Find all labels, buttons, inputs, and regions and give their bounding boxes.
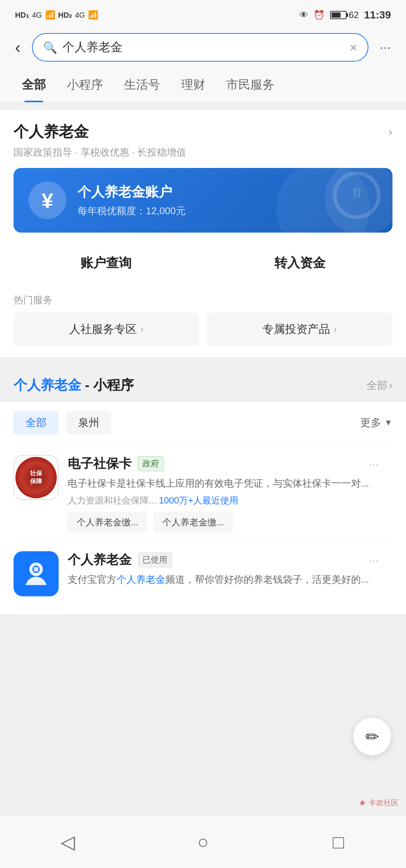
search-clear-button[interactable]: × <box>350 40 357 55</box>
hot-service-social-arrow: › <box>141 324 144 335</box>
battery-percent: 62 <box>349 10 359 20</box>
app-desc-social: 电子社保卡是社保卡线上应用的有效电子凭证，与实体社保卡一一对... <box>68 476 392 491</box>
content-area: 个人养老金 › 国家政策指导 · 享税收优惠 · 长投稳增值 ¥ 个人养老金账户… <box>0 103 406 614</box>
section-more-arrow: › <box>389 380 392 392</box>
search-input-wrap[interactable]: 🔍 个人养老金 × <box>32 33 368 62</box>
nav-back-button[interactable]: ◁ <box>45 827 90 857</box>
card-title: 个人养老金 <box>14 121 89 142</box>
section-more-button[interactable]: 全部 › <box>367 378 392 393</box>
section-more-label: 全部 <box>367 378 388 393</box>
tab-all[interactable]: 全部 <box>11 68 56 102</box>
app-logo-pension <box>14 551 59 596</box>
app-meta-social: 人力资源和社会保障... 1000万+人最近使用 <box>68 494 392 507</box>
filter-more-button[interactable]: 更多 ▼ <box>360 416 392 430</box>
filter-tag-quanzhou[interactable]: 泉州 <box>66 411 111 434</box>
mini-section-title: 个人养老金 - 小程序 <box>14 376 134 395</box>
account-name: 个人养老金账户 <box>77 183 377 201</box>
svg-text:fI: fI <box>353 185 361 201</box>
transfer-funds-button[interactable]: 转入资金 <box>208 244 392 282</box>
section-title-dark: - 小程序 <box>81 377 134 393</box>
pension-icon-container <box>14 551 59 596</box>
action-buttons: 账户查询 转入资金 <box>14 244 392 282</box>
tab-lifenumber[interactable]: 生活号 <box>114 68 171 102</box>
tab-miniprogram[interactable]: 小程序 <box>56 68 114 102</box>
nav-recent-button[interactable]: □ <box>316 827 361 857</box>
hot-service-social-label: 人社服务专区 <box>69 322 137 337</box>
svg-point-0 <box>335 173 379 217</box>
app-name-social: 电子社保卡 <box>68 455 132 472</box>
app-content-social: 电子社保卡 政府 电子社保卡是社保卡线上应用的有效电子凭证，与实体社保卡一一对.… <box>68 455 392 533</box>
hot-service-investment[interactable]: 专属投资产品 › <box>207 313 392 346</box>
hot-service-investment-label: 专属投资产品 <box>262 322 330 337</box>
card-subtitle: 国家政策指导 · 享税收优惠 · 长投稳增值 <box>14 146 392 159</box>
yuan-symbol: ¥ <box>41 188 53 213</box>
hot-services-label: 热门服务 <box>14 293 392 307</box>
app-item-pension: 个人养老金 已使用 支付宝官方个人养老金频道，帮你管好你的养老钱袋子，活更美好的… <box>14 542 392 605</box>
hot-service-investment-arrow: › <box>334 324 337 335</box>
signal-4g-2: 4G <box>75 11 85 20</box>
search-bar-area: ‹ 🔍 个人养老金 × ··· <box>0 27 406 68</box>
mini-program-card: 全部 泉州 更多 ▼ 社保保障 电子社保卡 政府 电子社保卡是社保卡线上应用的有… <box>0 402 406 614</box>
hd2-icon: HD₂ <box>58 11 72 20</box>
account-box: ¥ 个人养老金账户 每年税优额度：12,000元 fI <box>14 168 392 233</box>
filter-more-label: 更多 <box>360 416 381 430</box>
app-provider: 人力资源和社会保障... <box>68 495 156 505</box>
account-desc: 每年税优额度：12,000元 <box>77 204 377 218</box>
card-arrow-icon[interactable]: › <box>388 125 392 139</box>
account-watermark: fI <box>332 171 381 230</box>
search-text: 个人养老金 <box>62 39 344 56</box>
back-button[interactable]: ‹ <box>11 39 24 56</box>
app-usage: 1000万+人最近使用 <box>159 495 238 505</box>
filter-bar: 全部 泉州 更多 ▼ <box>14 411 392 442</box>
search-icon: 🔍 <box>43 41 57 54</box>
mini-section-header: 个人养老金 - 小程序 全部 › <box>0 365 406 402</box>
app-item-social-security: 社保保障 电子社保卡 政府 电子社保卡是社保卡线上应用的有效电子凭证，与实体社保… <box>14 446 392 542</box>
battery: 62 <box>330 10 359 20</box>
time: 11:39 <box>364 9 391 21</box>
app-content-pension: 个人养老金 已使用 支付宝官方个人养老金频道，帮你管好你的养老钱袋子，活更美好的… <box>68 551 392 596</box>
tab-finance[interactable]: 理财 <box>171 68 216 102</box>
shortcut-btn-1[interactable]: 个人养老金缴... <box>68 512 147 533</box>
filter-tag-all[interactable]: 全部 <box>14 411 59 434</box>
app-name-row-pension: 个人养老金 已使用 <box>68 551 392 569</box>
status-bar: HD₁ 4G 📶 HD₂ 4G 📶 👁 ⏰ 62 11:39 <box>0 0 406 27</box>
app-badge-used: 已使用 <box>138 552 172 567</box>
tab-bar: 全部 小程序 生活号 理财 市民服务 <box>0 68 406 103</box>
card-title-row: 个人养老金 › <box>14 121 392 142</box>
status-right: 👁 ⏰ 62 11:39 <box>299 9 391 21</box>
account-inquiry-button[interactable]: 账户查询 <box>14 244 198 282</box>
app-desc-pension: 支付宝官方个人养老金频道，帮你管好你的养老钱袋子，活更美好的... <box>68 572 392 587</box>
account-logo-icon: ¥ <box>29 181 66 219</box>
svg-rect-4 <box>34 567 38 572</box>
watermark-text: ★ 卡农社区 <box>359 798 398 807</box>
hd-icon: HD₁ <box>15 11 29 20</box>
signal-bars-2: 📶 <box>88 10 98 20</box>
app-name-row-social: 电子社保卡 政府 <box>68 455 392 472</box>
signal-4g: 4G <box>32 11 42 20</box>
alarm-icon: ⏰ <box>314 10 325 20</box>
pension-icon-svg <box>21 559 51 589</box>
app-shortcuts-social: 个人养老金缴... 个人养老金缴... <box>68 512 392 533</box>
hot-service-social[interactable]: 人社服务专区 › <box>14 313 199 346</box>
watermark: ★ 卡农社区 <box>359 798 398 808</box>
shortcut-btn-2[interactable]: 个人养老金缴... <box>153 512 233 533</box>
desc-link: 个人养老金 <box>117 574 165 585</box>
app-name-pension: 个人养老金 <box>68 551 132 569</box>
signal-bars: 📶 <box>45 10 55 20</box>
app-badge-gov: 政府 <box>138 456 164 471</box>
tab-civic-service[interactable]: 市民服务 <box>216 68 285 102</box>
float-action-button[interactable]: ✏ <box>353 718 391 755</box>
app-logo-social-security: 社保保障 <box>14 455 59 500</box>
section-title-blue: 个人养老金 <box>14 377 81 393</box>
app-more-btn-social[interactable]: ··· <box>369 457 379 471</box>
nav-home-button[interactable]: ○ <box>180 827 226 857</box>
app-more-btn-pension[interactable]: ··· <box>369 553 379 567</box>
more-options-button[interactable]: ··· <box>376 39 395 55</box>
edit-icon: ✏ <box>365 727 379 746</box>
eye-icon: 👁 <box>299 10 308 20</box>
status-left: HD₁ 4G 📶 HD₂ 4G 📶 <box>15 10 98 20</box>
account-info: 个人养老金账户 每年税优额度：12,000元 <box>77 183 377 218</box>
bottom-nav: ◁ ○ □ <box>0 815 406 868</box>
main-pension-card: 个人养老金 › 国家政策指导 · 享税收优惠 · 长投稳增值 ¥ 个人养老金账户… <box>0 110 406 357</box>
filter-icon: ▼ <box>384 418 392 428</box>
